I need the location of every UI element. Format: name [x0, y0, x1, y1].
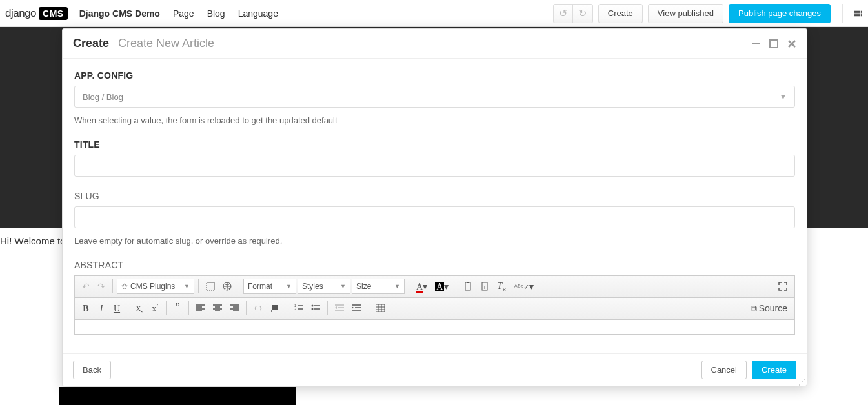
create-submit-button[interactable]: Create	[752, 361, 796, 379]
sidebar-toggle-icon[interactable]	[842, 4, 862, 23]
rte-outdent-icon[interactable]	[332, 302, 347, 314]
nav-blog[interactable]: Blog	[207, 8, 225, 19]
rte-source-button[interactable]: ⧉Source	[747, 301, 791, 316]
rte-textarea[interactable]	[75, 320, 794, 334]
logo-text: django	[5, 7, 36, 20]
logo[interactable]: django CMS	[5, 7, 68, 20]
rte-subscript-icon[interactable]: x₂	[132, 301, 146, 317]
main-toolbar: django CMS Django CMS Demo Page Blog Lan…	[0, 0, 868, 27]
redo-button[interactable]: ↻	[573, 5, 592, 23]
rte-format-dropdown[interactable]: Format▼	[243, 279, 296, 294]
maximize-icon[interactable]	[769, 39, 778, 48]
modal-body: App. Config Blog / Blog ▼ When selecting…	[63, 59, 807, 353]
svg-rect-4	[861, 10, 862, 11]
modal-title: Create	[73, 37, 109, 50]
page-hero-image	[59, 387, 296, 405]
svg-rect-10	[207, 282, 214, 290]
svg-text:2: 2	[294, 307, 296, 311]
rte-maximize-icon[interactable]	[775, 280, 791, 293]
rte-redo-icon[interactable]: ↷	[94, 279, 108, 293]
nav-language[interactable]: Language	[238, 8, 278, 19]
rte-globe-icon[interactable]	[219, 280, 235, 293]
modal-footer: Back Cancel Create	[63, 353, 807, 386]
publish-page-button[interactable]: Publish page changes	[729, 4, 831, 23]
rte-unlink-icon[interactable]	[250, 302, 266, 315]
rte-ol-icon[interactable]: 12	[291, 302, 307, 314]
modal-header: Create Create New Article	[63, 29, 807, 59]
chevron-down-icon: ▼	[390, 283, 400, 290]
rte-align-right-icon[interactable]	[227, 302, 242, 314]
back-button[interactable]: Back	[73, 361, 111, 379]
rte-size-dropdown[interactable]: Size▼	[352, 279, 405, 294]
svg-rect-2	[854, 14, 860, 14]
cancel-button[interactable]: Cancel	[701, 361, 747, 379]
chevron-down-icon: ▼	[780, 93, 787, 101]
rte-underline-icon[interactable]: U	[110, 301, 124, 316]
svg-rect-9	[770, 40, 778, 48]
rte-table-icon[interactable]	[372, 302, 388, 314]
svg-rect-6	[861, 14, 862, 14]
field-title: Title	[74, 139, 795, 177]
svg-text:T: T	[483, 285, 487, 290]
rte-italic-icon[interactable]: I	[94, 301, 108, 316]
resize-handle-icon[interactable]: ⋰	[798, 377, 805, 384]
rte-indent-icon[interactable]	[348, 302, 364, 314]
rte-spellcheck-icon[interactable]: ᴬᴮᶜ✓▾	[511, 279, 537, 293]
minimize-icon[interactable]	[751, 39, 760, 48]
close-icon[interactable]	[787, 39, 796, 48]
rte-remove-format-icon[interactable]: T✕	[494, 279, 510, 295]
field-slug: Slug Leave empty for automatic slug, or …	[74, 191, 795, 246]
svg-point-34	[312, 305, 314, 307]
rte-styles-dropdown[interactable]: Styles▼	[298, 279, 350, 294]
rte-format-label: Format	[248, 282, 272, 291]
rte-source-label: Source	[759, 303, 787, 313]
rte-anchor-icon[interactable]	[267, 302, 283, 315]
rte-bold-icon[interactable]: B	[79, 301, 93, 316]
nav-page[interactable]: Page	[173, 8, 194, 19]
rte-ul-icon[interactable]	[308, 302, 323, 314]
svg-point-35	[312, 308, 314, 310]
slug-help: Leave empty for automatic slug, or overr…	[74, 236, 795, 246]
app-config-select[interactable]: Blog / Blog ▼	[74, 86, 795, 108]
undo-redo-group: ↺ ↻	[553, 4, 593, 23]
rte-align-center-icon[interactable]	[210, 302, 225, 314]
view-published-button[interactable]: View published	[648, 4, 723, 23]
field-abstract: Abstract ↶ ↷ ✩ CMS Plugins ▼ Format▼	[74, 260, 795, 335]
svg-rect-0	[854, 10, 860, 11]
modal-window-controls	[751, 39, 796, 48]
svg-rect-5	[861, 12, 862, 13]
create-button[interactable]: Create	[598, 4, 643, 23]
svg-rect-12	[465, 282, 470, 290]
rte-align-left-icon[interactable]	[193, 302, 208, 314]
rte-superscript-icon[interactable]: x²	[148, 301, 162, 316]
rte-bgcolor-icon[interactable]: A▾	[432, 279, 452, 294]
undo-button[interactable]: ↺	[554, 5, 573, 23]
top-nav: Django CMS Demo Page Blog Language	[79, 8, 278, 19]
rte-selectall-icon[interactable]	[203, 280, 218, 293]
rich-text-editor: ↶ ↷ ✩ CMS Plugins ▼ Format▼ Styles▼ Size…	[74, 275, 795, 335]
rte-cms-plugins-dropdown[interactable]: ✩ CMS Plugins ▼	[117, 279, 194, 294]
field-app-config: App. Config Blog / Blog ▼ When selecting…	[74, 70, 795, 125]
svg-rect-44	[376, 304, 385, 312]
modal-subtitle: Create New Article	[118, 37, 214, 50]
title-input[interactable]	[74, 155, 795, 177]
slug-input[interactable]	[74, 206, 795, 228]
rte-blockquote-icon[interactable]: ”	[170, 301, 185, 315]
title-label: Title	[74, 139, 795, 150]
rte-textcolor-icon[interactable]: A▾	[413, 279, 430, 294]
svg-rect-1	[854, 12, 860, 13]
rte-undo-icon[interactable]: ↶	[79, 279, 93, 293]
nav-site-title[interactable]: Django CMS Demo	[79, 8, 160, 19]
logo-badge: CMS	[39, 7, 68, 20]
rte-cms-plugins-label: CMS Plugins	[130, 282, 175, 291]
svg-rect-8	[752, 43, 760, 44]
svg-rect-3	[854, 15, 860, 16]
svg-rect-13	[467, 282, 469, 283]
rte-paste-text-icon[interactable]: T	[477, 280, 492, 293]
rte-paste-icon[interactable]	[460, 280, 476, 293]
app-config-value: Blog / Blog	[83, 92, 123, 102]
puzzle-icon: ✩	[121, 282, 128, 291]
svg-rect-28	[272, 305, 278, 310]
rte-size-label: Size	[356, 282, 371, 291]
rte-styles-label: Styles	[302, 282, 323, 291]
